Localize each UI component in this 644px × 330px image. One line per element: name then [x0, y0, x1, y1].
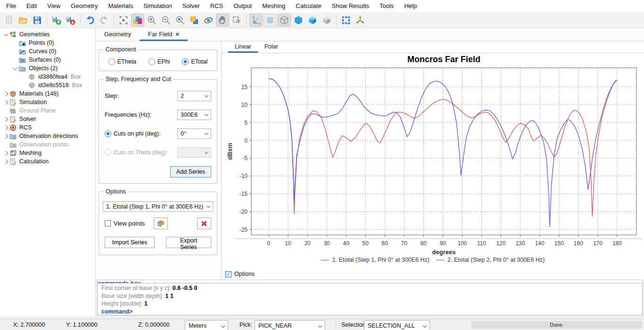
- selection-select[interactable]: SELECTION_ALL: [364, 320, 430, 330]
- cube-solid-button[interactable]: [292, 14, 305, 27]
- redo-button[interactable]: [98, 14, 111, 27]
- tree-item-meshing[interactable]: Meshing: [0, 149, 95, 157]
- cube-shaded-button[interactable]: [306, 14, 319, 27]
- zoom-in-button[interactable]: [145, 14, 158, 27]
- console-log[interactable]: First corner of base [x y z]: 0.6 -0.5 0…: [97, 283, 643, 315]
- tree-item-label: Calculation: [19, 158, 49, 165]
- chevron-right-icon[interactable]: [3, 117, 8, 121]
- delete-series-button[interactable]: [197, 217, 211, 229]
- svg-text:-20: -20: [239, 209, 248, 215]
- units-select[interactable]: Meters: [185, 320, 228, 330]
- radio-etheta[interactable]: ETheta: [108, 58, 136, 65]
- fit-view-button[interactable]: [117, 14, 130, 27]
- export-result-button[interactable]: [64, 14, 77, 27]
- menu-show-results[interactable]: Show Results: [327, 0, 374, 12]
- tree-item-materials-148[interactable]: Materials (148): [0, 89, 95, 98]
- radio-ephi[interactable]: EPhi: [149, 58, 170, 65]
- phi-cut-select[interactable]: 0°: [177, 129, 211, 139]
- wireframe-cube-icon: [279, 15, 289, 25]
- tree-item-calculation[interactable]: Calculation: [0, 157, 95, 166]
- save-button[interactable]: [31, 14, 44, 27]
- tab-geometry[interactable]: Geometry: [96, 28, 140, 41]
- chevron-right-icon[interactable]: [3, 134, 8, 138]
- new-document-button[interactable]: [2, 14, 16, 27]
- menu-tools[interactable]: Tools: [374, 0, 399, 12]
- box-icon: [28, 73, 37, 80]
- menu-help[interactable]: Help: [399, 0, 422, 12]
- select-button[interactable]: [230, 14, 243, 27]
- overlap-squares-button[interactable]: [188, 14, 201, 27]
- command-prompt[interactable]: command>: [101, 308, 638, 316]
- open-folder-button[interactable]: [17, 14, 30, 27]
- menu-solver[interactable]: Solver: [177, 0, 205, 12]
- orbit-button[interactable]: [202, 14, 215, 27]
- menu-geometry[interactable]: Geometry: [66, 0, 103, 12]
- add-series-button[interactable]: Add Series: [170, 166, 211, 177]
- tree-item-curves-0[interactable]: Curves (0): [0, 47, 95, 56]
- tree-item-ground-plane[interactable]: Ground Plane: [0, 106, 95, 115]
- zoom-out-button[interactable]: [159, 14, 173, 27]
- tree-item-observation-directions[interactable]: Observation directions: [0, 132, 95, 140]
- menu-file[interactable]: File: [1, 0, 21, 12]
- form-icon: [9, 115, 18, 123]
- pick-select[interactable]: PICK_NEAR: [255, 320, 325, 330]
- zoom-window-button[interactable]: [173, 14, 187, 27]
- chart-options-checkbox[interactable]: ✓: [225, 271, 231, 277]
- svg-text:130: 130: [516, 240, 525, 247]
- tab-label: Geometry: [104, 31, 131, 38]
- frequencies-select[interactable]: 300E6: [177, 110, 211, 120]
- chevron-right-icon[interactable]: [3, 100, 8, 105]
- menu-materials[interactable]: Materials: [103, 0, 138, 12]
- chevron-down-icon[interactable]: [3, 32, 8, 36]
- svg-text:170: 170: [593, 240, 603, 247]
- chevron-right-icon[interactable]: [3, 125, 8, 130]
- import-series-button[interactable]: Import Series: [105, 237, 155, 248]
- export-series-button[interactable]: Export Series: [166, 237, 211, 248]
- cuts-on-phi-radio[interactable]: Cuts on phi (deg):: [105, 130, 160, 137]
- menu-simulation[interactable]: Simulation: [138, 0, 177, 12]
- menu-rcs[interactable]: RCS: [205, 0, 228, 12]
- radio-etotal[interactable]: ETotal: [182, 58, 207, 65]
- tree-item-simulation[interactable]: Simulation: [0, 98, 95, 106]
- series-color-button[interactable]: [154, 217, 168, 229]
- menu-calculate[interactable]: Calculate: [290, 0, 326, 12]
- step-select[interactable]: 2: [177, 91, 211, 101]
- chevron-down-icon[interactable]: [13, 65, 17, 70]
- cube-solid-icon: [293, 15, 304, 25]
- svg-text:100: 100: [457, 240, 467, 247]
- chevron-right-icon[interactable]: [3, 91, 8, 96]
- pan-button[interactable]: [216, 14, 229, 27]
- tree-item-geometries[interactable]: Geometries: [0, 30, 95, 39]
- geometry-view-button[interactable]: [131, 14, 144, 27]
- tree-item-solver[interactable]: Solver: [0, 115, 95, 123]
- undo-button[interactable]: [83, 14, 97, 27]
- tab-polar[interactable]: Polar: [258, 41, 285, 53]
- import-result-button[interactable]: [50, 14, 63, 27]
- tree-item-surfaces-0[interactable]: Surfaces (0): [0, 56, 95, 64]
- tab-linear[interactable]: Linear: [228, 41, 258, 53]
- cube-gray-button[interactable]: [320, 14, 333, 27]
- close-icon[interactable]: ×: [175, 31, 179, 38]
- menu-view[interactable]: View: [42, 0, 66, 12]
- command-console[interactable]: command> box First corner of base [x y z…: [96, 280, 644, 316]
- chevron-right-icon[interactable]: [3, 159, 8, 164]
- grid-button[interactable]: [264, 14, 277, 27]
- triad-button[interactable]: [354, 14, 367, 27]
- menu-edit[interactable]: Edit: [21, 0, 42, 12]
- wireframe-cube-button[interactable]: [278, 14, 291, 27]
- view-points-checkbox[interactable]: [105, 220, 111, 226]
- tree-item-objects-2[interactable]: Objects (2): [0, 64, 95, 72]
- svg-text:-15: -15: [239, 191, 248, 197]
- tree-item-id3860fea4[interactable]: id3860fea4 : Box: [0, 72, 95, 81]
- tree-item-rcs[interactable]: RCS: [0, 123, 95, 132]
- menu-meshing[interactable]: Meshing: [257, 0, 290, 12]
- series-select[interactable]: 1. Etotal (Step 1, Phi 0° at 300E6 Hz): [103, 201, 213, 212]
- tree-item-points-0[interactable]: Points (0): [0, 39, 95, 47]
- tab-far-field[interactable]: Far Field×: [140, 28, 188, 41]
- selection-box-button[interactable]: [339, 14, 353, 27]
- chevron-right-icon[interactable]: [3, 151, 8, 155]
- axes-button[interactable]: ZYX: [249, 14, 263, 27]
- menu-output[interactable]: Output: [228, 0, 257, 12]
- tree-item-id3e8c5516[interactable]: id3e8c5516 : Box: [0, 81, 95, 89]
- tree-item-observation-points[interactable]: Observation points: [0, 140, 95, 149]
